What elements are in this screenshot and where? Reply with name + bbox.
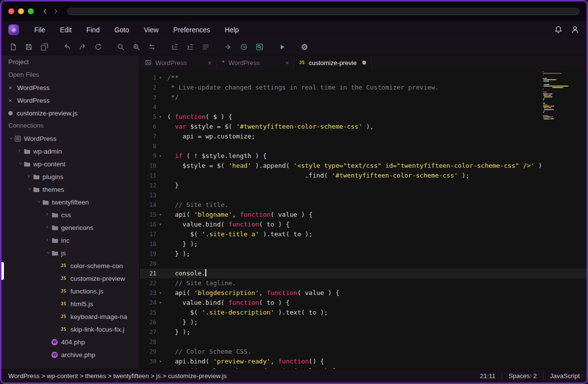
tree-item-skip-link-focus-fix-j[interactable]: JSskip-link-focus-fix.j (1, 323, 139, 336)
code-line-15[interactable]: 15▾ api( 'blogname', function( value ) { (140, 210, 587, 220)
tab-wordpress[interactable]: *WordPress× (217, 55, 294, 70)
modified-dot-icon[interactable] (8, 111, 13, 115)
code-line-3[interactable]: 3 */ (140, 92, 587, 102)
tree-item-keyboard-image-na[interactable]: JSkeyboard-image-na (1, 310, 139, 323)
collapse-icon[interactable] (25, 185, 33, 193)
open-file-wordpress[interactable]: ×WordPress (1, 81, 139, 94)
menu-edit[interactable]: Edit (53, 21, 79, 39)
expand-icon[interactable] (44, 224, 51, 231)
code-line-18[interactable]: 18 } ); (140, 239, 587, 249)
tree-item-plugins[interactable]: plugins (1, 170, 139, 183)
tree-item-html5-js[interactable]: JShtml5.js (1, 297, 139, 310)
open-files-header[interactable]: Open Files (1, 68, 139, 81)
code-area[interactable]: 1▾/**2 * Live-update changed settings in… (140, 70, 587, 369)
fold-icon[interactable]: ▾ (156, 210, 164, 220)
fold-icon[interactable]: ▾ (156, 357, 164, 366)
modified-dot-icon[interactable] (362, 61, 366, 65)
collapse-icon[interactable] (44, 249, 51, 257)
replace-icon[interactable] (146, 41, 158, 53)
menu-goto[interactable]: Goto (107, 21, 136, 39)
code-line-12[interactable]: 12 } (140, 181, 587, 190)
code-line-4[interactable]: 4 (140, 102, 587, 112)
code-line-2[interactable]: 2 * Live-update changed settings in real… (140, 83, 587, 92)
minimap[interactable] (543, 71, 583, 120)
tree-item-css[interactable]: css (1, 208, 139, 221)
code-line-7[interactable]: 7 api = wp.customize; (140, 132, 587, 141)
code-line-6[interactable]: 6 var $style = $( '#twentyfifteen-color-… (140, 122, 587, 132)
search-icon[interactable] (115, 41, 127, 53)
fold-icon[interactable]: ▾ (156, 151, 164, 161)
fold-icon[interactable]: ▾ (156, 112, 164, 122)
tree-item-wordpress[interactable]: WordPress (1, 132, 139, 145)
titlebar-search-field[interactable] (67, 8, 580, 15)
notifications-bell-icon[interactable] (554, 25, 563, 34)
expand-icon[interactable] (25, 173, 33, 181)
close-tab-icon[interactable]: × (208, 59, 212, 67)
code-line-13[interactable]: 13 (140, 190, 587, 200)
fold-icon[interactable]: ▾ (156, 288, 164, 298)
menu-preferences[interactable]: Preferences (166, 21, 217, 39)
history-icon[interactable] (238, 41, 250, 53)
undo-icon[interactable] (61, 41, 73, 53)
close-file-icon[interactable]: × (8, 97, 13, 104)
zoom-window-button[interactable] (28, 8, 34, 14)
collapse-icon[interactable] (6, 135, 14, 142)
indent-icon[interactable] (184, 41, 196, 53)
code-line-30[interactable]: 30▾ api.bind( 'preview-ready', function(… (140, 357, 587, 366)
tree-item-genericons[interactable]: genericons (1, 221, 139, 234)
tree-item-404-php[interactable]: W404.php (1, 336, 139, 348)
close-file-icon[interactable]: × (8, 84, 13, 91)
code-line-25[interactable]: 25 $( '.site-description' ).text( to ); (140, 308, 587, 317)
tab-customize-previe[interactable]: JScustomize-previe (294, 55, 371, 70)
status-indentation[interactable]: Spaces: 2 (508, 372, 537, 380)
tree-item-js[interactable]: js (1, 247, 139, 259)
fold-icon[interactable]: ▾ (156, 220, 164, 229)
code-line-8[interactable]: 8 (140, 141, 587, 151)
fold-icon[interactable]: ▾ (156, 73, 164, 83)
code-line-11[interactable]: 11 .find( '#twentyfifteen-color-scheme-c… (140, 171, 587, 181)
expand-icon[interactable] (44, 211, 51, 219)
code-line-29[interactable]: 29 // Color Scheme CSS. (140, 347, 587, 357)
expand-icon[interactable] (16, 147, 23, 155)
code-line-10[interactable]: 10 $style = $( 'head' ).append( '<style … (140, 161, 587, 171)
account-user-icon[interactable] (571, 25, 580, 34)
code-line-19[interactable]: 19 } ); (140, 249, 587, 259)
unindent-icon[interactable] (169, 41, 180, 53)
forward-icon[interactable] (51, 7, 60, 16)
menu-view[interactable]: View (136, 21, 166, 39)
code-line-5[interactable]: 5▾( function( $ ) { (140, 112, 587, 122)
tree-item-themes[interactable]: themes (1, 183, 139, 196)
back-icon[interactable] (41, 7, 49, 16)
code-line-17[interactable]: 17 $( '.site-title a' ).text( to ); (140, 229, 587, 239)
code-line-9[interactable]: 9▾ if ( ! $style.length ) { (140, 151, 587, 161)
redo-icon[interactable] (77, 41, 88, 53)
code-line-26[interactable]: 26 } ); (140, 317, 587, 327)
code-line-14[interactable]: 14 // Site title. (140, 200, 587, 210)
align-left-icon[interactable] (200, 41, 212, 53)
open-file-customize-preview-js[interactable]: customize-preview.js (1, 107, 139, 119)
settings-icon[interactable] (299, 41, 310, 53)
code-line-20[interactable]: 20 (140, 259, 587, 269)
new-file-icon[interactable] (7, 41, 19, 53)
code-line-21[interactable]: 21 console. (140, 269, 587, 278)
menu-file[interactable]: File (27, 21, 53, 39)
tree-item-functions-js[interactable]: JSfunctions.js (1, 285, 139, 297)
connections-header[interactable]: Connections (1, 119, 139, 132)
tree-item-inc[interactable]: inc (1, 234, 139, 247)
tree-item-wp-content[interactable]: wp-content (1, 158, 139, 170)
minimize-window-button[interactable] (18, 8, 24, 14)
code-line-27[interactable]: 27 } ); (140, 327, 587, 337)
play-icon[interactable] (276, 41, 288, 53)
status-language[interactable]: JavaScript (550, 372, 580, 380)
close-tab-icon[interactable]: × (285, 59, 289, 67)
tree-item-archive-php[interactable]: Warchive.php (1, 348, 139, 361)
code-line-23[interactable]: 23▾ api( 'blogdescription', function( va… (140, 288, 587, 298)
tree-item-customize-preview[interactable]: JScustomize-preview (1, 272, 139, 285)
menu-find[interactable]: Find (79, 21, 107, 39)
find-in-files-icon[interactable] (254, 41, 265, 53)
code-line-16[interactable]: 16▾ value.bind( function( to ) { (140, 220, 587, 229)
code-line-31[interactable]: 31 api( 'color_scheme', function( value … (140, 366, 587, 369)
code-line-22[interactable]: 22 // Site tagline. (140, 278, 587, 288)
expand-icon[interactable] (44, 236, 51, 244)
open-file-wordpress[interactable]: ×WordPress (1, 94, 139, 107)
